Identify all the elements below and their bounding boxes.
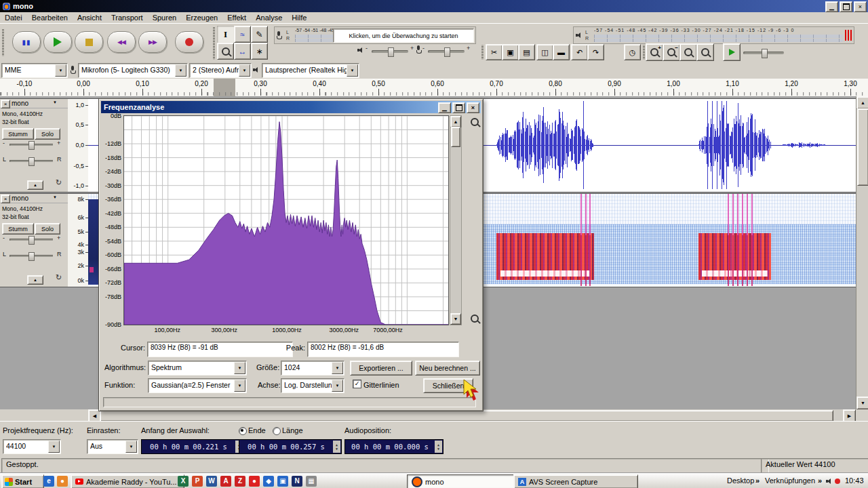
silence-button[interactable]: ▬ bbox=[553, 44, 570, 60]
scroll-up-button[interactable]: ▲ bbox=[856, 96, 868, 109]
function-select[interactable]: Gaussian(a=2.5) Fenster ▼ bbox=[148, 378, 247, 393]
zoom-in-button[interactable]: + bbox=[646, 43, 663, 61]
envelope-tool-button[interactable]: ≈ bbox=[234, 26, 251, 43]
axis-select[interactable]: Log. Darstellung ▼ bbox=[281, 378, 344, 393]
input-volume-slider[interactable] bbox=[428, 50, 465, 53]
start-button[interactable]: Start bbox=[1, 474, 44, 488]
plot-zoom-out-icon[interactable] bbox=[471, 314, 479, 323]
selection-start-field[interactable]: 00 h 00 m 00.221 s ▲▼ bbox=[141, 439, 244, 454]
selection-tool-button[interactable]: I bbox=[217, 26, 234, 43]
horizontal-scroll-thumb[interactable] bbox=[100, 410, 833, 422]
host-select[interactable]: MME ▼ bbox=[1, 63, 68, 78]
pan-slider[interactable] bbox=[9, 160, 53, 162]
radio-end[interactable] bbox=[239, 427, 247, 435]
mute-button[interactable]: Stumm bbox=[2, 223, 34, 235]
playback-speed-slider[interactable] bbox=[743, 52, 784, 54]
play-at-speed-button[interactable] bbox=[723, 43, 741, 61]
amplitude-ruler[interactable]: 1,00,50,0-0,5-1,0 bbox=[68, 99, 89, 192]
desktop-toolbar-label[interactable]: Desktop bbox=[727, 476, 754, 485]
dialog-title-bar[interactable]: Frequenzanalyse ▁ × bbox=[101, 101, 481, 113]
plot-scroll-down[interactable]: ▼ bbox=[450, 313, 461, 325]
dropdown-arrow-icon[interactable]: ▼ bbox=[234, 380, 245, 392]
track-collapse-button[interactable]: ▲ bbox=[27, 275, 43, 285]
taskbar-app-icon[interactable]: ◆ bbox=[263, 476, 274, 487]
pan-slider[interactable] bbox=[9, 255, 53, 257]
mute-button[interactable]: Stumm bbox=[2, 128, 34, 140]
slider-thumb[interactable] bbox=[388, 47, 394, 57]
dialog-maximize-button[interactable] bbox=[452, 102, 465, 113]
input-device-select[interactable]: Mikrofon (5- Logitech G330) ▼ bbox=[78, 63, 188, 78]
stop-button[interactable] bbox=[75, 31, 103, 53]
spectrum-plot[interactable] bbox=[123, 115, 449, 325]
track-menu-arrow-icon[interactable]: ▼ bbox=[53, 195, 57, 199]
taskbar-button-avs[interactable]: A AVS Screen Capture bbox=[513, 474, 638, 488]
zoom-out-button[interactable]: − bbox=[663, 43, 680, 61]
dropdown-arrow-icon[interactable]: ▼ bbox=[234, 362, 245, 374]
selection-end-field[interactable]: 00 h 00 m 00.257 s ▲▼ bbox=[239, 439, 342, 454]
track-fit-icon[interactable]: ↻ bbox=[56, 178, 62, 187]
redo-button[interactable]: ↷ bbox=[587, 44, 604, 60]
toolbar-grip[interactable] bbox=[643, 45, 645, 60]
menu-effekt[interactable]: Effekt bbox=[222, 13, 251, 22]
plot-scroll-up[interactable]: ▲ bbox=[450, 116, 461, 127]
cut-button[interactable]: ✂ bbox=[486, 44, 502, 60]
plot-scroll-thumb[interactable] bbox=[451, 127, 460, 147]
minimize-button[interactable]: ▁ bbox=[825, 1, 838, 12]
solo-button[interactable]: Solo bbox=[35, 223, 60, 235]
taskbar-button-youtube[interactable]: Akademie Raddy - YouTu... bbox=[71, 474, 184, 488]
track-fit-icon[interactable]: ↻ bbox=[56, 273, 62, 282]
zoom-tool-button[interactable] bbox=[217, 43, 234, 60]
vertical-scroll-thumb[interactable] bbox=[857, 108, 868, 186]
track-close-button[interactable]: × bbox=[1, 100, 10, 108]
track-name[interactable]: mono bbox=[12, 100, 28, 107]
record-button[interactable] bbox=[175, 31, 203, 53]
trim-button[interactable]: ◫ bbox=[536, 44, 553, 60]
audio-position-field[interactable]: 00 h 00 m 00.000 s ▲▼ bbox=[344, 439, 443, 454]
menu-erzeugen[interactable]: Erzeugen bbox=[181, 13, 222, 22]
plot-zoom-in-icon[interactable] bbox=[471, 118, 479, 126]
dropdown-arrow-icon[interactable]: ▼ bbox=[55, 64, 66, 77]
project-rate-select[interactable]: 44100 ▼ bbox=[3, 439, 61, 454]
skip-to-end-button[interactable]: ▶▶ bbox=[138, 31, 167, 53]
export-button[interactable]: Exportieren ... bbox=[350, 361, 412, 375]
copy-button[interactable]: ▣ bbox=[502, 44, 519, 60]
menu-analyse[interactable]: Analyse bbox=[251, 13, 287, 22]
toolbar-grip[interactable] bbox=[213, 27, 215, 60]
timer-button[interactable]: ◷ bbox=[624, 44, 641, 60]
multi-tool-button[interactable]: ∗ bbox=[251, 43, 268, 60]
toolbar-grip[interactable] bbox=[481, 45, 484, 60]
menu-ansicht[interactable]: Ansicht bbox=[73, 13, 106, 22]
draw-tool-button[interactable]: ✎ bbox=[251, 26, 268, 43]
menu-spuren[interactable]: Spuren bbox=[148, 13, 181, 22]
output-device-select[interactable]: Lautsprecher (Realtek High ▼ bbox=[262, 63, 359, 78]
output-volume-slider[interactable] bbox=[372, 50, 408, 53]
toolbar-grip[interactable] bbox=[2, 29, 4, 56]
skip-to-start-button[interactable]: ◀◀ bbox=[107, 31, 136, 53]
links-chevron-icon[interactable]: » bbox=[818, 476, 822, 485]
gridlines-checkbox[interactable]: ✓ bbox=[353, 380, 361, 388]
play-button[interactable] bbox=[43, 31, 72, 53]
dialog-minimize-button[interactable]: ▁ bbox=[438, 102, 451, 113]
undo-button[interactable]: ↶ bbox=[571, 44, 588, 60]
slider-thumb[interactable] bbox=[444, 47, 450, 57]
time-spinner[interactable]: ▲▼ bbox=[333, 441, 340, 453]
taskbar-app-icon[interactable]: ● bbox=[249, 476, 260, 487]
taskbar-app-icon[interactable]: P bbox=[192, 476, 203, 487]
dropdown-arrow-icon[interactable]: ▼ bbox=[239, 64, 250, 77]
time-shift-tool-button[interactable]: ↔ bbox=[234, 43, 251, 60]
track-name[interactable]: mono bbox=[12, 195, 28, 202]
vertical-scrollbar[interactable]: ▲ ▼ bbox=[856, 96, 868, 409]
dropdown-arrow-icon[interactable]: ▼ bbox=[125, 441, 137, 453]
menu-bearbeiten[interactable]: Bearbeiten bbox=[27, 13, 73, 22]
taskbar-app-icon[interactable]: A bbox=[220, 476, 231, 487]
track-collapse-button[interactable]: ▲ bbox=[27, 180, 43, 190]
slider-thumb[interactable] bbox=[28, 236, 35, 245]
dropdown-arrow-icon[interactable]: ▼ bbox=[48, 441, 60, 453]
taskbar-app-icon[interactable]: N bbox=[292, 476, 302, 487]
slider-thumb[interactable] bbox=[28, 141, 35, 150]
meter-monitor-text[interactable]: Klicken, um die Überwachung zu starten bbox=[333, 28, 474, 43]
dropdown-arrow-icon[interactable]: ▼ bbox=[332, 380, 343, 392]
time-spinner[interactable]: ▲▼ bbox=[435, 441, 442, 453]
size-select[interactable]: 1024 ▼ bbox=[281, 361, 344, 375]
slider-thumb[interactable] bbox=[762, 49, 768, 58]
